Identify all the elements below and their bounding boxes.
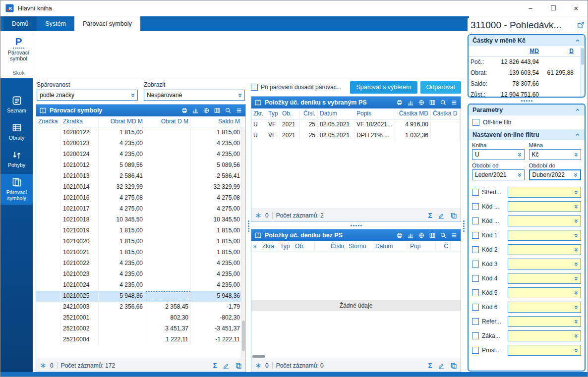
cell[interactable]: 78 307,66 [489,79,541,90]
dropdown-icon[interactable] [573,218,579,224]
cell[interactable]: 4 235,00 [191,138,242,149]
dropdown-icon[interactable] [573,232,579,238]
cell[interactable]: 10210021 [61,247,99,258]
cell[interactable]: 2 358,45 [145,302,191,313]
cell[interactable] [36,182,61,193]
cell[interactable] [36,323,61,334]
cell[interactable]: 10200124 [61,149,99,160]
table-row[interactable]: 102001244 235,004 235,00 [36,149,245,160]
filter-combo[interactable] [508,187,581,198]
cell[interactable]: 1 815,00 [99,127,145,138]
filter-checkbox[interactable] [472,347,479,354]
cell[interactable]: -1 222,11 [191,334,242,345]
table-row[interactable]: Obrat:139 603,5461 295,88 [469,68,585,79]
scrollbar-thumb[interactable] [581,48,584,65]
cell[interactable]: 10210013 [61,171,99,182]
dropdown-icon[interactable] [517,152,523,158]
table-row[interactable]: 252100041 222,11-1 222,11 [36,334,245,345]
cell[interactable]: 10210022 [61,258,99,269]
cell[interactable] [36,313,61,323]
cell[interactable] [36,160,61,171]
table-row[interactable]: 25210001802,30-802,30 [36,313,245,323]
filter-checkbox[interactable] [472,189,479,196]
cell[interactable] [145,258,191,269]
filter-checkbox[interactable] [472,261,479,268]
printer-icon[interactable] [396,99,403,106]
chevron-up-icon[interactable] [575,132,581,138]
cell[interactable]: Zůst.: [469,90,489,98]
column-header[interactable]: Typ [278,241,293,252]
dropdown-icon[interactable] [573,261,579,267]
cell[interactable]: 24210003 [61,302,99,313]
cell[interactable] [145,280,191,291]
cell[interactable] [431,130,460,141]
search-settings-icon[interactable] [440,232,447,239]
cell[interactable] [145,215,191,225]
cell[interactable]: 4 235,00 [191,149,242,160]
cell[interactable]: 25210002 [61,323,99,334]
obdobi-do-combo[interactable]: Duben/2022 [529,169,582,180]
dropdown-icon[interactable] [237,92,243,98]
cell[interactable]: 1 815,00 [191,247,242,258]
table-row[interactable]: 102001221 815,001 815,00 [36,127,245,138]
cell[interactable]: 2021 [280,119,300,130]
cell[interactable]: 5 948,36 [99,291,145,302]
cell[interactable]: Obrat: [469,68,489,79]
cell[interactable] [99,334,145,345]
cell[interactable]: Poč.: [469,57,489,68]
edit-icon[interactable] [223,362,230,369]
cell[interactable]: VF [266,119,280,130]
table-row[interactable]: 102100174 275,004 275,00 [36,204,245,215]
table-row[interactable]: 102100125 089,565 089,56 [36,160,245,171]
sidebar-item-pohyby[interactable]: Pohyby [0,147,33,171]
sidebar-item-obraty[interactable]: Obraty [0,119,33,144]
filter-checkbox[interactable] [472,203,479,210]
cell[interactable] [541,79,576,90]
cell[interactable]: 1 815,00 [191,127,242,138]
parovaci-symbol-button[interactable]: P Párovací symbol [3,34,34,63]
filter-combo[interactable] [508,302,581,313]
cell[interactable]: 1 222,11 [145,334,191,345]
column-header[interactable]: Obrat MD M [99,116,145,127]
vertical-splitter[interactable] [461,80,466,372]
cell[interactable]: 10210016 [61,193,99,204]
cell[interactable]: 1 815,00 [191,225,242,236]
filter-combo[interactable] [508,259,581,269]
cell[interactable]: 10210019 [61,225,99,236]
columns-icon[interactable] [429,99,436,106]
table-row[interactable]: Poč.:12 826 443,94 [469,57,585,68]
cell[interactable] [145,138,191,149]
cell[interactable]: 3 451,37 [145,323,191,334]
cell[interactable] [36,171,61,182]
cell[interactable]: 4 235,00 [99,138,145,149]
table-row[interactable]: UVF20212502.05.2021VF 10/2021...4 916,00 [251,119,461,130]
cell[interactable]: 10210024 [61,280,99,291]
cell[interactable]: 4 235,00 [191,258,242,269]
panel-splitter[interactable] [468,98,586,104]
filter-checkbox[interactable] [472,246,479,253]
column-header[interactable]: Obrat D M [145,116,191,127]
cell[interactable]: 4 235,00 [99,269,145,280]
dropdown-icon[interactable] [573,189,579,195]
cell[interactable] [145,160,191,171]
cell[interactable] [36,302,61,313]
cell[interactable]: 4 235,00 [99,149,145,160]
cell[interactable]: 4 235,00 [99,280,145,291]
cell[interactable] [145,291,191,302]
filter-combo[interactable] [508,273,581,284]
cell[interactable]: 25 [300,130,318,141]
cell[interactable]: 10200123 [61,138,99,149]
filter-checkbox[interactable] [472,304,479,311]
column-header[interactable]: Číslo [315,241,347,252]
cell[interactable]: 10210012 [61,160,99,171]
dropdown-icon[interactable] [573,333,579,339]
dropdown-icon[interactable] [573,347,579,353]
amounts-section-header[interactable]: Částky v měně Kč [469,35,585,46]
dropdown-icon[interactable] [573,304,579,310]
column-header[interactable]: Č [436,241,451,252]
dropdown-icon[interactable] [573,247,579,253]
dropdown-icon[interactable] [573,172,579,178]
cell[interactable] [541,57,576,68]
search-settings-icon[interactable] [440,99,447,106]
filter-checkbox[interactable] [472,318,479,325]
